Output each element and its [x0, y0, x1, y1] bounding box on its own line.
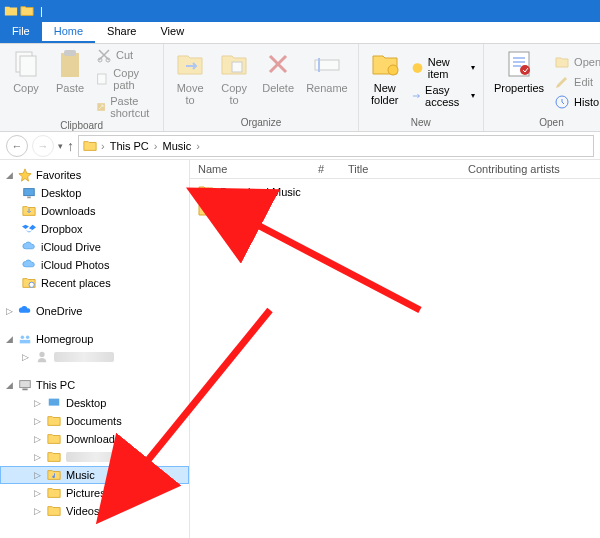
- svg-rect-8: [232, 62, 242, 72]
- tab-view[interactable]: View: [148, 22, 196, 43]
- copypath-button[interactable]: Copy path: [94, 66, 157, 92]
- sidebar-item-pictures[interactable]: ▷Pictures: [0, 484, 189, 502]
- svg-rect-6: [98, 74, 106, 84]
- sidebar-item-icloudphotos[interactable]: iCloud Photos: [0, 256, 189, 274]
- column-headers: Name # Title Contributing artists: [190, 160, 600, 179]
- sidebar-item-downloads[interactable]: ▷Downloads: [0, 430, 189, 448]
- expand-icon: ▷: [34, 470, 42, 480]
- ribbon-group-clipboard: Copy Paste Cut Copy path Paste shortcut …: [0, 44, 164, 131]
- svg-point-12: [412, 63, 422, 73]
- crumb-thispc[interactable]: This PC: [107, 140, 152, 152]
- sidebar-head-homegroup[interactable]: ◢Homegroup: [0, 330, 189, 348]
- sidebar-item-blurred[interactable]: ▷: [0, 448, 189, 466]
- crumb-music[interactable]: Music: [159, 140, 194, 152]
- copy-button[interactable]: Copy: [6, 46, 46, 120]
- history-button[interactable]: History: [552, 93, 600, 111]
- copyto-button[interactable]: Copy to: [214, 46, 254, 117]
- svg-point-23: [39, 352, 44, 357]
- sidebar-item-desktop[interactable]: Desktop: [0, 184, 189, 202]
- user-icon: [35, 350, 49, 364]
- dropbox-icon: [22, 222, 36, 236]
- chevron-right-icon: ›: [196, 140, 200, 152]
- easyaccess-button[interactable]: Easy access▾: [409, 83, 477, 109]
- svg-point-14: [520, 65, 530, 75]
- svg-rect-25: [22, 389, 27, 391]
- sidebar-item-recent[interactable]: Recent places: [0, 274, 189, 292]
- moveto-button[interactable]: Move to: [170, 46, 210, 117]
- open-button[interactable]: Open▾: [552, 53, 600, 71]
- rename-icon: [311, 48, 343, 80]
- copy-label: Copy: [13, 82, 39, 94]
- paste-button[interactable]: Paste: [50, 46, 90, 120]
- edit-icon: [554, 74, 570, 90]
- svg-rect-18: [27, 197, 31, 199]
- forward-button[interactable]: →: [32, 135, 54, 157]
- sidebar-item-videos[interactable]: ▷Videos: [0, 502, 189, 520]
- shortcut-icon: [96, 99, 106, 115]
- sidebar-item-user[interactable]: ▷: [0, 348, 189, 366]
- tab-file[interactable]: File: [0, 22, 42, 43]
- titlebar-sep: |: [40, 5, 43, 17]
- svg-point-21: [26, 336, 30, 340]
- moveto-label: Move to: [177, 82, 204, 106]
- col-hash[interactable]: #: [318, 163, 348, 175]
- arrow-left-icon: ←: [12, 140, 23, 152]
- pictures-icon: [47, 486, 61, 500]
- folder-row[interactable]: Download Music: [198, 183, 592, 201]
- desktop-icon: [47, 396, 61, 410]
- copyto-icon: [218, 48, 250, 80]
- copyto-label: Copy to: [221, 82, 247, 106]
- arrow-right-icon: →: [38, 140, 49, 152]
- ribbon-group-organize: Move to Copy to Delete Rename Organize: [164, 44, 359, 131]
- sidebar-head-onedrive[interactable]: ▷OneDrive: [0, 302, 189, 320]
- sidebar-item-desktop[interactable]: ▷Desktop: [0, 394, 189, 412]
- expand-icon: ▷: [34, 506, 42, 516]
- sidebar-item-iclouddrive[interactable]: iCloud Drive: [0, 238, 189, 256]
- address-bar[interactable]: › This PC › Music ›: [78, 135, 594, 157]
- ribbon-group-new: New folder New item▾ Easy access▾ New: [359, 44, 484, 131]
- col-title[interactable]: Title: [348, 163, 468, 175]
- rename-button[interactable]: Rename: [302, 46, 352, 117]
- cut-icon: [96, 47, 112, 63]
- sidebar-head-thispc[interactable]: ◢This PC: [0, 376, 189, 394]
- edit-button[interactable]: Edit: [552, 73, 600, 91]
- tab-home[interactable]: Home: [42, 22, 95, 43]
- cut-button[interactable]: Cut: [94, 46, 157, 64]
- folder-row[interactable]: iTunes: [198, 201, 592, 219]
- expand-icon: ▷: [34, 398, 42, 408]
- group-label-new: New: [365, 117, 477, 129]
- file-name: Download Music: [220, 186, 301, 198]
- up-button[interactable]: ↑: [67, 138, 74, 154]
- music-folder-icon: [47, 468, 61, 482]
- newitem-button[interactable]: New item▾: [409, 55, 477, 81]
- sidebar-homegroup: ◢Homegroup ▷: [0, 330, 189, 366]
- newfolder-label: New folder: [371, 82, 399, 106]
- folder-icon: [198, 203, 214, 217]
- sidebar-item-music[interactable]: ▷Music: [0, 466, 189, 484]
- col-name[interactable]: Name: [198, 163, 318, 175]
- properties-button[interactable]: Properties: [490, 46, 548, 117]
- downloads-icon: [22, 204, 36, 218]
- pasteshort-button[interactable]: Paste shortcut: [94, 94, 157, 120]
- col-artists[interactable]: Contributing artists: [468, 163, 592, 175]
- sidebar-head-favorites[interactable]: ◢Favorites: [0, 166, 189, 184]
- sidebar-item-dropbox[interactable]: Dropbox: [0, 220, 189, 238]
- sidebar-item-downloads[interactable]: Downloads: [0, 202, 189, 220]
- delete-label: Delete: [262, 82, 294, 94]
- newfolder-button[interactable]: New folder: [365, 46, 405, 117]
- star-icon: [18, 168, 32, 182]
- svg-rect-3: [64, 50, 76, 56]
- newfolder-icon: [369, 48, 401, 80]
- svg-point-19: [29, 282, 34, 287]
- expand-icon: ▷: [6, 306, 14, 316]
- svg-rect-26: [49, 399, 60, 406]
- homegroup-icon: [18, 332, 32, 346]
- expand-icon: ▷: [34, 416, 42, 426]
- chevron-down-icon[interactable]: ▾: [58, 141, 63, 151]
- collapse-icon: ◢: [6, 170, 14, 180]
- delete-button[interactable]: Delete: [258, 46, 298, 117]
- sidebar-item-documents[interactable]: ▷Documents: [0, 412, 189, 430]
- properties-label: Properties: [494, 82, 544, 94]
- tab-share[interactable]: Share: [95, 22, 148, 43]
- back-button[interactable]: ←: [6, 135, 28, 157]
